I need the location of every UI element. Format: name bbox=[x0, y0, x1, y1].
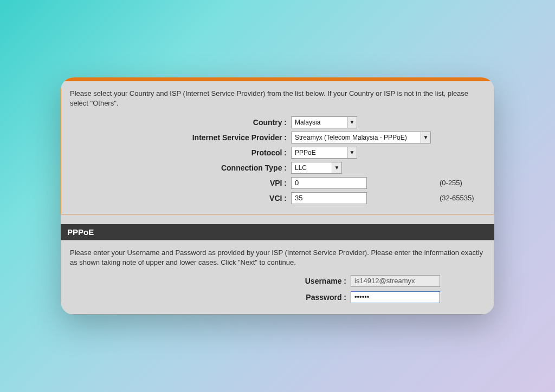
chevron-down-icon: ▼ bbox=[421, 132, 430, 143]
isp-label: Internet Service Provider : bbox=[70, 133, 291, 142]
country-select[interactable]: Malaysia ▼ bbox=[291, 116, 357, 128]
pppoe-panel: Please enter your Username and Password … bbox=[61, 240, 494, 315]
conn-type-label: Connection Type : bbox=[70, 164, 291, 172]
vci-hint: (32-65535) bbox=[431, 194, 485, 202]
isp-selection-panel: Please select your Country and ISP (Inte… bbox=[61, 81, 494, 214]
username-label: Username : bbox=[115, 277, 351, 285]
protocol-label: Protocol : bbox=[70, 148, 291, 157]
password-label: Password : bbox=[115, 293, 351, 302]
vpi-hint: (0-255) bbox=[431, 179, 485, 187]
username-input[interactable] bbox=[351, 275, 440, 287]
chevron-down-icon: ▼ bbox=[332, 162, 341, 173]
isp-form: Country : Malaysia ▼ Internet Service Pr… bbox=[70, 116, 485, 204]
router-setup-card: Please select your Country and ISP (Inte… bbox=[61, 77, 494, 315]
protocol-select-value: PPPoE bbox=[292, 149, 328, 156]
isp-select-value: Streamyx (Telecom Malaysia - PPPoE) bbox=[292, 134, 419, 141]
pppoe-header: PPPoE bbox=[61, 224, 494, 240]
conn-type-select-value: LLC bbox=[292, 164, 319, 172]
protocol-select[interactable]: PPPoE ▼ bbox=[291, 147, 357, 159]
chevron-down-icon: ▼ bbox=[347, 147, 357, 158]
vci-label: VCI : bbox=[70, 194, 291, 202]
country-select-value: Malaysia bbox=[292, 119, 332, 126]
vci-input[interactable] bbox=[291, 192, 367, 204]
conn-type-select[interactable]: LLC ▼ bbox=[291, 162, 342, 174]
isp-intro-text: Please select your Country and ISP (Inte… bbox=[70, 89, 485, 108]
pppoe-form: Username : Password : bbox=[115, 275, 440, 303]
country-label: Country : bbox=[70, 118, 291, 127]
pppoe-intro-text: Please enter your Username and Password … bbox=[70, 248, 485, 267]
password-input[interactable] bbox=[351, 291, 440, 303]
panel-gap bbox=[61, 214, 494, 224]
chevron-down-icon: ▼ bbox=[347, 117, 357, 128]
vpi-label: VPI : bbox=[70, 179, 291, 187]
isp-select[interactable]: Streamyx (Telecom Malaysia - PPPoE) ▼ bbox=[291, 132, 431, 143]
vpi-input[interactable] bbox=[291, 177, 367, 189]
